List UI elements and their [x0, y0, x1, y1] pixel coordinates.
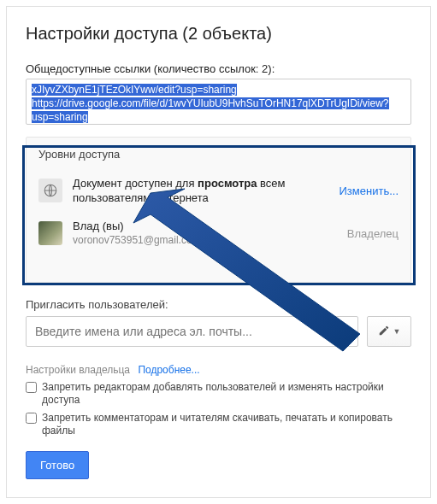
shareable-links-textarea[interactable]: xJIyvZXbynE1jTEzOkIYww/edit?usp=sharing … [26, 79, 411, 125]
owner-email: voronov753951@gmail.com [73, 233, 347, 248]
sharing-dialog: Настройки доступа (2 объекта) Общедоступ… [6, 6, 431, 498]
shareable-links-label: Общедоступные ссылки (количество ссылок:… [26, 62, 411, 75]
chevron-down-icon: ▼ [393, 327, 401, 336]
owner-settings-more-link[interactable]: Подробнее... [138, 364, 199, 376]
pencil-icon [378, 325, 390, 339]
public-access-row: Документ доступен для просмотра всем пол… [27, 169, 410, 214]
link-text-2: https://drive.google.com/file/d/1wvYUIub… [32, 97, 389, 109]
public-access-text: Документ доступен для просмотра всем пол… [73, 176, 340, 205]
restrict-editors-checkbox[interactable] [26, 382, 37, 393]
restrict-editors-label: Запретить редакторам добавлять пользоват… [42, 381, 411, 407]
globe-icon [38, 179, 62, 202]
restrict-download-label: Запретить комментаторам и читателям скач… [42, 412, 411, 437]
owner-name: Влад (вы) [73, 219, 347, 233]
link-text-1: xJIyvZXbynE1jTEzOkIYww/edit?usp=sharing [32, 84, 237, 96]
owner-settings-line: Настройки владельца Подробнее... [26, 364, 411, 376]
access-levels-panel: Уровни доступа Документ доступен для про… [26, 137, 411, 283]
owner-role: Владелец [347, 227, 399, 240]
restrict-download-checkbox[interactable] [26, 413, 37, 424]
restrict-editors-row[interactable]: Запретить редакторам добавлять пользоват… [26, 381, 411, 407]
dialog-title: Настройки доступа (2 объекта) [26, 24, 411, 44]
restrict-download-row[interactable]: Запретить комментаторам и читателям скач… [26, 412, 411, 437]
change-access-link[interactable]: Изменить... [340, 185, 399, 197]
permission-dropdown-button[interactable]: ▼ [367, 316, 411, 347]
access-levels-header: Уровни доступа [27, 138, 410, 169]
invite-input[interactable] [26, 316, 358, 347]
invite-label: Пригласить пользователей: [26, 298, 411, 311]
owner-settings-label: Настройки владельца [26, 364, 130, 376]
avatar [38, 221, 62, 245]
done-button[interactable]: Готово [26, 451, 89, 479]
owner-info: Влад (вы) voronov753951@gmail.com [73, 219, 347, 248]
owner-row: Влад (вы) voronov753951@gmail.com Владел… [27, 214, 410, 256]
link-text-3: usp=sharing [32, 111, 88, 123]
